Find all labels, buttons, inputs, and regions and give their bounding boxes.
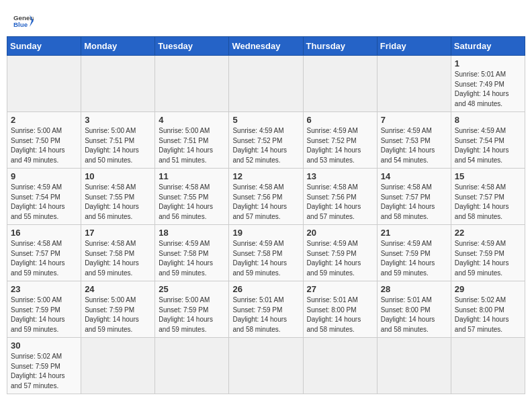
calendar-cell <box>303 338 377 394</box>
day-number: 7 <box>381 115 447 125</box>
calendar-cell: 29Sunrise: 5:02 AM Sunset: 8:00 PM Dayli… <box>451 281 525 338</box>
day-number: 3 <box>85 115 151 125</box>
day-number: 27 <box>307 284 373 294</box>
calendar-cell: 11Sunrise: 4:58 AM Sunset: 7:55 PM Dayli… <box>155 169 229 225</box>
calendar-cell: 8Sunrise: 4:59 AM Sunset: 7:54 PM Daylig… <box>451 112 525 169</box>
day-number: 1 <box>455 58 521 68</box>
calendar-cell: 7Sunrise: 4:59 AM Sunset: 7:53 PM Daylig… <box>377 112 451 169</box>
day-info: Sunrise: 4:59 AM Sunset: 7:59 PM Dayligh… <box>307 239 373 278</box>
day-info: Sunrise: 5:00 AM Sunset: 7:51 PM Dayligh… <box>85 126 151 165</box>
day-number: 28 <box>381 284 447 294</box>
day-info: Sunrise: 5:01 AM Sunset: 7:49 PM Dayligh… <box>455 70 521 109</box>
day-number: 22 <box>455 228 521 238</box>
calendar-cell: 4Sunrise: 5:00 AM Sunset: 7:51 PM Daylig… <box>155 112 229 169</box>
calendar-cell: 2Sunrise: 5:00 AM Sunset: 7:50 PM Daylig… <box>7 112 81 169</box>
day-info: Sunrise: 5:00 AM Sunset: 7:51 PM Dayligh… <box>159 126 225 165</box>
day-number: 2 <box>11 115 77 125</box>
calendar-cell: 18Sunrise: 4:59 AM Sunset: 7:58 PM Dayli… <box>155 225 229 281</box>
calendar-cell: 15Sunrise: 4:58 AM Sunset: 7:57 PM Dayli… <box>451 169 525 225</box>
day-number: 23 <box>11 284 77 294</box>
day-info: Sunrise: 5:02 AM Sunset: 8:00 PM Dayligh… <box>455 295 521 334</box>
svg-text:Blue: Blue <box>13 21 28 28</box>
calendar-cell <box>155 56 229 112</box>
day-number: 17 <box>85 228 151 238</box>
day-info: Sunrise: 4:59 AM Sunset: 7:54 PM Dayligh… <box>11 183 77 222</box>
calendar-cell: 9Sunrise: 4:59 AM Sunset: 7:54 PM Daylig… <box>7 169 81 225</box>
day-info: Sunrise: 4:58 AM Sunset: 7:58 PM Dayligh… <box>85 239 151 278</box>
weekday-header-wednesday: Wednesday <box>229 37 303 56</box>
weekday-header-sunday: Sunday <box>7 37 81 56</box>
calendar-cell <box>229 338 303 394</box>
calendar-cell: 17Sunrise: 4:58 AM Sunset: 7:58 PM Dayli… <box>81 225 155 281</box>
day-info: Sunrise: 4:58 AM Sunset: 7:57 PM Dayligh… <box>381 183 447 222</box>
day-info: Sunrise: 4:58 AM Sunset: 7:57 PM Dayligh… <box>11 239 77 278</box>
day-info: Sunrise: 4:58 AM Sunset: 7:56 PM Dayligh… <box>232 183 299 222</box>
day-number: 26 <box>232 284 299 294</box>
day-number: 24 <box>85 284 151 294</box>
day-info: Sunrise: 5:01 AM Sunset: 8:00 PM Dayligh… <box>307 295 373 334</box>
day-number: 25 <box>159 284 225 294</box>
calendar-cell: 27Sunrise: 5:01 AM Sunset: 8:00 PM Dayli… <box>303 281 377 338</box>
calendar-cell: 20Sunrise: 4:59 AM Sunset: 7:59 PM Dayli… <box>303 225 377 281</box>
calendar-cell: 14Sunrise: 4:58 AM Sunset: 7:57 PM Dayli… <box>377 169 451 225</box>
day-info: Sunrise: 4:58 AM Sunset: 7:56 PM Dayligh… <box>307 183 373 222</box>
calendar-cell <box>155 338 229 394</box>
calendar-cell: 5Sunrise: 4:59 AM Sunset: 7:52 PM Daylig… <box>229 112 303 169</box>
day-number: 10 <box>85 171 151 181</box>
day-number: 9 <box>11 171 77 181</box>
day-number: 5 <box>232 115 299 125</box>
weekday-header-saturday: Saturday <box>451 37 525 56</box>
calendar-cell: 26Sunrise: 5:01 AM Sunset: 7:59 PM Dayli… <box>229 281 303 338</box>
day-number: 4 <box>159 115 225 125</box>
day-info: Sunrise: 4:59 AM Sunset: 7:54 PM Dayligh… <box>455 126 521 165</box>
day-info: Sunrise: 5:00 AM Sunset: 7:59 PM Dayligh… <box>85 295 151 334</box>
day-info: Sunrise: 5:00 AM Sunset: 7:50 PM Dayligh… <box>11 126 77 165</box>
day-info: Sunrise: 4:59 AM Sunset: 7:53 PM Dayligh… <box>381 126 447 165</box>
day-number: 19 <box>232 228 299 238</box>
day-info: Sunrise: 5:00 AM Sunset: 7:59 PM Dayligh… <box>11 295 77 334</box>
calendar-cell <box>377 338 451 394</box>
header: General Blue <box>0 0 532 36</box>
calendar-cell: 28Sunrise: 5:01 AM Sunset: 8:00 PM Dayli… <box>377 281 451 338</box>
calendar-cell <box>451 338 525 394</box>
logo: General Blue <box>13 11 34 31</box>
day-number: 21 <box>381 228 447 238</box>
calendar-wrapper: SundayMondayTuesdayWednesdayThursdayFrid… <box>0 36 532 401</box>
day-info: Sunrise: 5:00 AM Sunset: 7:59 PM Dayligh… <box>159 295 225 334</box>
calendar-cell: 12Sunrise: 4:58 AM Sunset: 7:56 PM Dayli… <box>229 169 303 225</box>
calendar-cell <box>81 338 155 394</box>
calendar-cell: 6Sunrise: 4:59 AM Sunset: 7:52 PM Daylig… <box>303 112 377 169</box>
calendar-cell: 19Sunrise: 4:59 AM Sunset: 7:58 PM Dayli… <box>229 225 303 281</box>
day-info: Sunrise: 4:59 AM Sunset: 7:59 PM Dayligh… <box>455 239 521 278</box>
day-number: 12 <box>232 171 299 181</box>
day-number: 18 <box>159 228 225 238</box>
calendar-cell: 23Sunrise: 5:00 AM Sunset: 7:59 PM Dayli… <box>7 281 81 338</box>
weekday-header-tuesday: Tuesday <box>155 37 229 56</box>
day-number: 11 <box>159 171 225 181</box>
day-number: 13 <box>307 171 373 181</box>
day-info: Sunrise: 4:59 AM Sunset: 7:58 PM Dayligh… <box>159 239 225 278</box>
calendar-cell <box>229 56 303 112</box>
calendar-cell: 13Sunrise: 4:58 AM Sunset: 7:56 PM Dayli… <box>303 169 377 225</box>
day-info: Sunrise: 4:58 AM Sunset: 7:55 PM Dayligh… <box>85 183 151 222</box>
day-info: Sunrise: 4:59 AM Sunset: 7:59 PM Dayligh… <box>381 239 447 278</box>
day-number: 20 <box>307 228 373 238</box>
day-number: 29 <box>455 284 521 294</box>
day-number: 16 <box>11 228 77 238</box>
calendar-cell <box>377 56 451 112</box>
day-info: Sunrise: 4:58 AM Sunset: 7:57 PM Dayligh… <box>455 183 521 222</box>
day-info: Sunrise: 5:01 AM Sunset: 8:00 PM Dayligh… <box>381 295 447 334</box>
day-info: Sunrise: 4:58 AM Sunset: 7:55 PM Dayligh… <box>159 183 225 222</box>
weekday-header-friday: Friday <box>377 37 451 56</box>
calendar-cell: 10Sunrise: 4:58 AM Sunset: 7:55 PM Dayli… <box>81 169 155 225</box>
weekday-header-monday: Monday <box>81 37 155 56</box>
calendar-cell: 24Sunrise: 5:00 AM Sunset: 7:59 PM Dayli… <box>81 281 155 338</box>
calendar-cell: 1Sunrise: 5:01 AM Sunset: 7:49 PM Daylig… <box>451 56 525 112</box>
calendar-cell: 30Sunrise: 5:02 AM Sunset: 7:59 PM Dayli… <box>7 338 81 394</box>
day-info: Sunrise: 5:01 AM Sunset: 7:59 PM Dayligh… <box>232 295 299 334</box>
calendar-cell: 16Sunrise: 4:58 AM Sunset: 7:57 PM Dayli… <box>7 225 81 281</box>
calendar-cell <box>7 56 81 112</box>
day-number: 8 <box>455 115 521 125</box>
day-info: Sunrise: 5:02 AM Sunset: 7:59 PM Dayligh… <box>11 352 77 391</box>
calendar-cell: 3Sunrise: 5:00 AM Sunset: 7:51 PM Daylig… <box>81 112 155 169</box>
